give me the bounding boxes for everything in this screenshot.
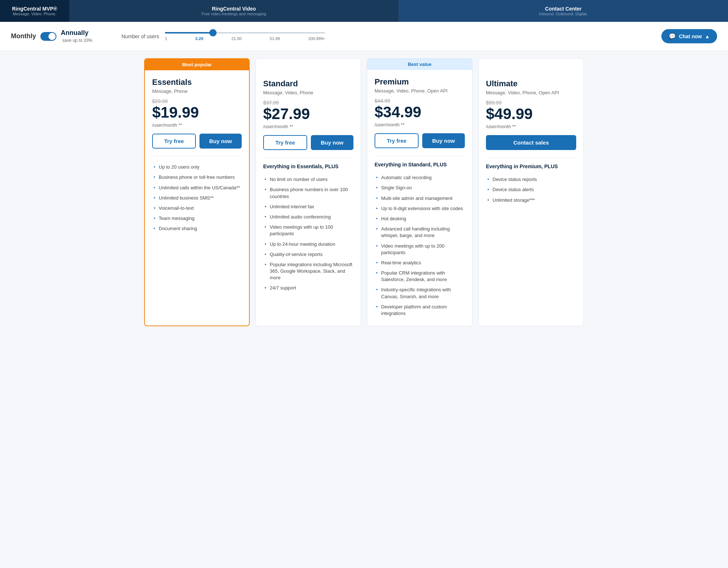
- chevron-up-icon: ▲: [705, 33, 710, 39]
- plan-features-ultimate: Everything in Premium, PLUSDevice status…: [486, 157, 576, 205]
- plus-text-premium: Everything in Standard, PLUS: [375, 162, 465, 167]
- brand-logo: RingCentral MVP® Message. Video. Phone.: [0, 0, 69, 22]
- feature-item: Automatic call recording: [375, 173, 465, 183]
- plan-desc-ultimate: Message, Video, Phone, Open API: [486, 90, 576, 95]
- tab-contact-title: Contact Center: [539, 6, 588, 12]
- feature-item: Advanced call handling including whisper…: [375, 224, 465, 241]
- feature-item: Video meetings with up to 200 participan…: [375, 241, 465, 258]
- toggle-knob: [48, 33, 56, 40]
- try-free-button-essentials[interactable]: Try free: [152, 134, 196, 149]
- tab-video[interactable]: RingCentral Video Free video meetings an…: [69, 0, 399, 22]
- feature-item: Popular CRM integrations with Salesforce…: [375, 268, 465, 285]
- plan-orig-price-premium: $44.99: [375, 98, 465, 104]
- users-label: Number of users: [122, 33, 159, 39]
- feature-item: Single Sign-on: [375, 183, 465, 193]
- chat-button-label: Chat now: [679, 33, 702, 39]
- feature-item: Unlimited storage***: [486, 195, 576, 205]
- plan-inner-standard: Standard Message, Video, Phone $37.99 $2…: [256, 72, 361, 301]
- feature-item: Hot desking: [375, 214, 465, 224]
- brand-tagline: Message. Video. Phone.: [12, 12, 57, 16]
- feature-item: Business phone or toll-free numbers: [152, 172, 242, 182]
- plan-orig-price-standard: $37.99: [263, 100, 353, 106]
- slider-label-21-50: 21-50: [232, 36, 242, 41]
- plan-desc-standard: Message, Video, Phone: [263, 90, 353, 95]
- buy-now-button-standard[interactable]: Buy now: [311, 135, 353, 150]
- slider-track: [165, 32, 325, 33]
- annually-label: Annually: [61, 29, 88, 36]
- feature-item: Developer platform and custom integratio…: [375, 302, 465, 319]
- buy-now-button-essentials[interactable]: Buy now: [199, 134, 242, 149]
- badge-empty: [479, 59, 583, 72]
- controls-row: Monthly Annually save up to 33% Number o…: [0, 22, 728, 51]
- plan-name-standard: Standard: [263, 79, 353, 88]
- feature-item: Industry-specific integrations with Canv…: [375, 285, 465, 301]
- plan-inner-premium: Premium Message, Video, Phone, Open API …: [367, 70, 472, 326]
- plan-price-standard: $27.99: [263, 106, 353, 122]
- plan-actions-premium: Try free Buy now: [375, 133, 465, 148]
- plan-card-standard: Standard Message, Video, Phone $37.99 $2…: [256, 58, 361, 326]
- plan-name-premium: Premium: [375, 77, 465, 87]
- feature-item: Team messaging: [152, 213, 242, 224]
- plans-container: Most popular Essentials Message, Phone $…: [0, 51, 728, 337]
- plan-actions-ultimate: Contact sales: [486, 135, 576, 150]
- slider-labels: 1 2-20 21-50 51-99 100-999+: [165, 36, 325, 41]
- feature-item: Device status reports: [486, 174, 576, 185]
- tab-contact-sub: Inbound. Outbound. Digital.: [539, 12, 588, 16]
- feature-list-premium: Automatic call recordingSingle Sign-onMu…: [375, 173, 465, 319]
- plan-actions-essentials: Try free Buy now: [152, 134, 242, 149]
- plan-card-ultimate: Ultimate Message, Video, Phone, Open API…: [478, 58, 584, 326]
- feature-item: No limit on number of users: [263, 174, 353, 185]
- plus-text-ultimate: Everything in Premium, PLUS: [486, 163, 576, 169]
- feature-list-standard: No limit on number of usersBusiness phon…: [263, 174, 353, 293]
- feature-item: Up to 24-hour meeting duration: [263, 239, 353, 249]
- header: RingCentral MVP® Message. Video. Phone. …: [0, 0, 728, 22]
- plan-orig-price-ultimate: $59.99: [486, 100, 576, 106]
- feature-item: Voicemail-to-text: [152, 203, 242, 213]
- plan-period-premium: /user/month **: [375, 122, 465, 127]
- feature-item: Real-time analytics: [375, 258, 465, 268]
- plan-card-essentials: Most popular Essentials Message, Phone $…: [144, 58, 250, 326]
- slider-label-51-99: 51-99: [270, 36, 280, 41]
- billing-switch[interactable]: [40, 32, 56, 41]
- plan-inner-essentials: Essentials Message, Phone $29.99 $19.99 …: [145, 70, 249, 241]
- buy-now-button-premium[interactable]: Buy now: [422, 133, 465, 148]
- feature-item: Up to 20 users only: [152, 162, 242, 172]
- feature-item: Up to 8-digit extensions with site codes: [375, 204, 465, 214]
- feature-item: Document sharing: [152, 224, 242, 234]
- billing-toggle: Monthly Annually save up to 33%: [11, 29, 92, 43]
- plus-text-standard: Everything in Essentials, PLUS: [263, 163, 353, 169]
- plan-desc-premium: Message, Video, Phone, Open API: [375, 88, 465, 94]
- popular-badge: Most popular: [145, 59, 249, 70]
- tab-video-sub: Free video meetings and messaging: [202, 12, 266, 16]
- chat-icon: 💬: [669, 33, 676, 40]
- plan-features-standard: Everything in Essentials, PLUSNo limit o…: [263, 157, 353, 293]
- try-free-button-standard[interactable]: Try free: [263, 135, 307, 150]
- feature-list-essentials: Up to 20 users onlyBusiness phone or tol…: [152, 162, 242, 234]
- try-free-button-premium[interactable]: Try free: [375, 133, 419, 148]
- slider-fill: [165, 32, 213, 33]
- users-slider-container: 1 2-20 21-50 51-99 100-999+: [165, 32, 325, 41]
- plan-name-ultimate: Ultimate: [486, 79, 576, 88]
- slider-thumb[interactable]: [209, 29, 217, 36]
- contact-sales-button[interactable]: Contact sales: [486, 135, 576, 150]
- plan-price-ultimate: $49.99: [486, 106, 576, 122]
- feature-item: Unlimited internet fax: [263, 202, 353, 212]
- brand-name: RingCentral MVP®: [12, 6, 57, 12]
- tab-contact[interactable]: Contact Center Inbound. Outbound. Digita…: [399, 0, 728, 22]
- feature-list-ultimate: Device status reportsDevice status alert…: [486, 174, 576, 205]
- slider-label-1: 1: [165, 36, 167, 41]
- plan-actions-standard: Try free Buy now: [263, 135, 353, 150]
- chat-now-button[interactable]: 💬 Chat now ▲: [661, 29, 717, 43]
- feature-item: Business phone numbers in over 100 count…: [263, 185, 353, 201]
- plan-price-premium: $34.99: [375, 104, 465, 121]
- feature-item: Video meetings with up to 100 participan…: [263, 222, 353, 239]
- feature-item: Popular integrations including Microsoft…: [263, 260, 353, 283]
- users-slider-group: Number of users 1 2-20 21-50 51-99 100-9…: [122, 32, 717, 41]
- plan-features-premium: Everything in Standard, PLUSAutomatic ca…: [375, 155, 465, 319]
- feature-item: Device status alerts: [486, 185, 576, 195]
- plan-card-premium: Best value Premium Message, Video, Phone…: [367, 58, 472, 326]
- plan-inner-ultimate: Ultimate Message, Video, Phone, Open API…: [479, 72, 583, 213]
- plan-period-standard: /user/month **: [263, 124, 353, 129]
- feature-item: Multi-site admin and management: [375, 193, 465, 204]
- plan-period-ultimate: /user/month **: [486, 124, 576, 129]
